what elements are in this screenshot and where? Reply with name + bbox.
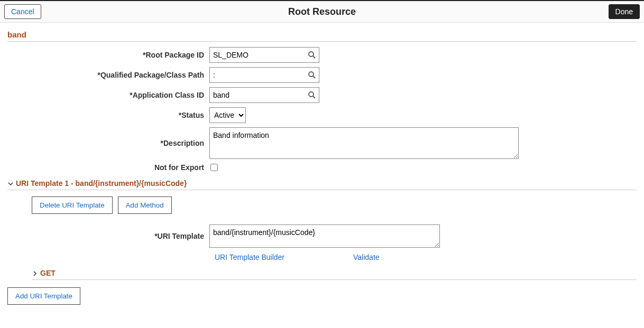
qualified-path-input[interactable] [209,67,319,83]
delete-uri-template-button[interactable]: Delete URI Template [32,196,113,214]
row-status: *Status Active [0,107,644,123]
description-textarea[interactable] [209,127,519,159]
svg-point-0 [309,52,314,57]
not-for-export-checkbox[interactable] [210,164,218,171]
status-label: *Status [0,111,209,119]
svg-line-3 [313,76,315,78]
root-package-id-input[interactable] [209,47,319,63]
row-app-class-id: *Application Class ID [0,87,644,103]
cancel-button[interactable]: Cancel [4,4,41,19]
row-uri-template: *URI Template [0,224,644,248]
app-class-id-lookup [209,87,319,103]
root-package-id-lookup [209,47,319,63]
method-section-header[interactable]: GET [0,261,644,279]
qualified-path-lookup [209,67,319,83]
uri-template-section-header[interactable]: URI Template 1 - band/{instrument}/{musi… [0,176,644,190]
not-for-export-label: Not for Export [0,163,209,172]
add-method-button[interactable]: Add Method [118,196,172,214]
root-package-id-label: *Root Package ID [0,51,209,59]
page-title: Root Resource [288,6,356,17]
uri-template-textarea[interactable] [209,224,440,248]
app-class-id-label: *Application Class ID [0,91,209,99]
uri-template-label: *URI Template [0,232,209,240]
row-root-package-id: *Root Package ID [0,47,644,63]
status-select[interactable]: Active [209,107,246,123]
chevron-down-icon [7,180,14,186]
svg-line-1 [313,56,315,58]
add-uri-template-button[interactable]: Add URI Template [7,287,80,305]
svg-point-2 [309,72,314,77]
search-icon[interactable] [308,71,316,79]
search-icon[interactable] [308,51,316,59]
footer-actions: Add URI Template [0,280,644,312]
row-qualified-path: *Qualified Package/Class Path [0,67,644,83]
app-class-id-input[interactable] [209,87,319,103]
row-description: *Description [0,127,644,159]
done-button[interactable]: Done [609,4,640,19]
uri-template-section-title: URI Template 1 - band/{instrument}/{musi… [16,179,187,188]
svg-line-5 [313,96,315,98]
uri-template-links: URI Template Builder Validate [0,253,644,261]
header-bar: Cancel Root Resource Done [0,0,644,23]
method-section-title: GET [40,269,56,277]
row-not-for-export: Not for Export [0,163,644,172]
search-icon[interactable] [308,91,316,99]
chevron-right-icon [32,270,38,276]
uri-template-buttons: Delete URI Template Add Method [0,190,644,220]
svg-point-4 [309,92,314,97]
validate-link[interactable]: Validate [353,253,380,261]
qualified-path-label: *Qualified Package/Class Path [0,71,209,79]
uri-template-builder-link[interactable]: URI Template Builder [215,253,284,261]
resource-heading: band [0,23,644,41]
description-label: *Description [0,139,209,147]
divider [7,41,637,42]
